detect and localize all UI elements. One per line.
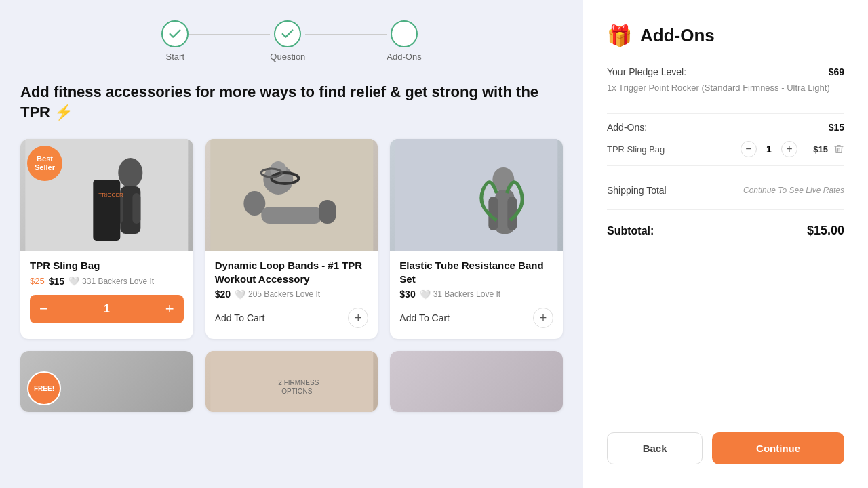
backers-count-bands: 205 Backers Love It <box>248 289 320 299</box>
pledge-item-desc: 1x Trigger Point Rocker (Standard Firmne… <box>607 83 844 93</box>
add-plus-btn-bands[interactable]: + <box>348 308 368 328</box>
free-badge: FREE! <box>27 371 61 405</box>
price-bands: $20 <box>215 289 231 300</box>
stepper: Start Question Add-Ons <box>20 0 563 82</box>
addon-qty-control[interactable]: − 1 + <box>741 141 797 157</box>
subtotal-value: $15.00 <box>807 224 844 238</box>
pledge-level-value: $69 <box>829 66 844 77</box>
cart-control-sling[interactable]: − 1 + <box>30 295 184 323</box>
svg-text:2 FIRMNESS: 2 FIRMNESS <box>278 379 319 386</box>
heart-icon-sling: 🤍 <box>68 276 79 286</box>
shipping-row: Shipping Total Continue To See Live Rate… <box>607 185 844 196</box>
addons-value: $15 <box>829 122 844 133</box>
addons-label: Add-Ons: <box>607 122 647 133</box>
back-button[interactable]: Back <box>607 432 703 464</box>
shipping-label: Shipping Total <box>607 185 667 196</box>
right-panel: 🎁 Add-Ons Your Pledge Level: $69 1x Trig… <box>583 0 868 488</box>
cart-qty-sling: 1 <box>104 303 110 315</box>
addon-delete-btn[interactable] <box>833 144 844 155</box>
price-old-sling: $25 <box>30 276 45 286</box>
product-info-bands: Dynamic Loop Bands - #1 TPR Workout Acce… <box>205 251 378 300</box>
pledge-level-row: Your Pledge Level: $69 <box>607 66 844 77</box>
step-line-1 <box>189 34 270 35</box>
product-pricing-sling: $25 $15 🤍 331 Backers Love It <box>30 276 184 287</box>
product-grid: BestSeller TRIGGER TPR Sling Bag $25 <box>20 139 563 339</box>
product-name-sling: TPR Sling Bag <box>30 259 184 272</box>
step-addons-label: Add-Ons <box>387 52 421 62</box>
step-start-circle <box>161 20 189 47</box>
addons-row: Add-Ons: $15 <box>607 122 844 133</box>
product-info-sling: TPR Sling Bag $25 $15 🤍 331 Backers Love… <box>20 251 193 287</box>
main-heading: Add fitness accessories for more ways to… <box>20 82 563 122</box>
add-to-cart-btn-elastic[interactable]: Add To Cart <box>399 312 450 323</box>
shipping-note: Continue To See Live Rates <box>743 186 844 195</box>
backers-count-elastic: 31 Backers Love It <box>433 289 500 299</box>
product-info-elastic: Elastic Tube Resistance Band Set $30 🤍 3… <box>390 251 563 300</box>
step-start: Start <box>161 20 189 62</box>
addon-qty-val: 1 <box>762 144 776 155</box>
price-new-sling: $15 <box>49 276 64 287</box>
divider-1 <box>607 113 844 114</box>
divider-3 <box>607 209 844 210</box>
svg-rect-16 <box>395 139 558 251</box>
product-grid-bottom: FREE! 2 FIRMNESS OPTIONS <box>20 351 563 412</box>
product-card-bottom-3 <box>390 351 563 412</box>
add-to-cart-row-elastic[interactable]: Add To Cart + <box>399 308 553 328</box>
product-pricing-elastic: $30 🤍 31 Backers Love It <box>399 289 553 300</box>
svg-text:OPTIONS: OPTIONS <box>281 388 312 395</box>
svg-rect-10 <box>319 200 336 224</box>
heart-icon-elastic: 🤍 <box>420 289 431 300</box>
product-image-bands <box>205 139 378 251</box>
product-image-bottom-3 <box>390 351 563 412</box>
addon-increase-btn[interactable]: + <box>781 141 797 157</box>
subtotal-label: Subtotal: <box>607 225 654 237</box>
product-image-elastic <box>390 139 563 251</box>
add-plus-btn-elastic[interactable]: + <box>533 308 553 328</box>
heart-icon-bands: 🤍 <box>235 289 245 300</box>
step-addons: Add-Ons <box>387 20 421 62</box>
svg-rect-9 <box>261 207 322 224</box>
step-start-label: Start <box>166 52 184 62</box>
badge-best-seller: BestSeller <box>27 146 62 181</box>
product-card-elastic: Elastic Tube Resistance Band Set $30 🤍 3… <box>390 139 563 339</box>
product-card-tpr-sling-bag: BestSeller TRIGGER TPR Sling Bag $25 <box>20 139 193 339</box>
step-question: Question <box>270 20 305 62</box>
panel-emoji: 🎁 <box>607 24 632 47</box>
continue-button[interactable]: Continue <box>712 432 844 464</box>
decrease-btn-sling[interactable]: − <box>39 302 48 317</box>
backers-love-sling: 🤍 331 Backers Love It <box>68 276 154 286</box>
increase-btn-sling[interactable]: + <box>165 302 174 317</box>
svg-rect-4 <box>132 193 140 224</box>
backers-love-elastic: 🤍 31 Backers Love It <box>420 289 500 300</box>
panel-title-row: 🎁 Add-Ons <box>607 24 844 47</box>
product-image-bottom-1: FREE! <box>20 351 193 412</box>
step-addons-circle <box>391 20 418 47</box>
product-card-loop-bands: Dynamic Loop Bands - #1 TPR Workout Acce… <box>205 139 378 339</box>
product-card-bottom-2: 2 FIRMNESS OPTIONS <box>205 351 378 412</box>
addon-item-name: TPR Sling Bag <box>607 144 741 155</box>
product-name-bands: Dynamic Loop Bands - #1 TPR Workout Acce… <box>215 259 369 285</box>
pledge-level-label: Your Pledge Level: <box>607 66 686 77</box>
backers-love-bands: 🤍 205 Backers Love It <box>235 289 320 300</box>
add-to-cart-btn-bands[interactable]: Add To Cart <box>215 312 265 323</box>
addon-item-row: TPR Sling Bag − 1 + $15 <box>607 141 844 157</box>
action-buttons: Back Continue <box>607 432 844 464</box>
add-to-cart-row-bands[interactable]: Add To Cart + <box>215 308 369 328</box>
step-question-circle <box>274 20 301 47</box>
product-pricing-bands: $20 🤍 205 Backers Love It <box>215 289 369 300</box>
svg-point-1 <box>118 158 142 188</box>
price-elastic: $30 <box>399 289 415 300</box>
panel-title: Add-Ons <box>640 25 715 46</box>
step-line-2 <box>305 34 387 35</box>
addon-decrease-btn[interactable]: − <box>741 141 757 157</box>
left-panel: Start Question Add-Ons Add fitness acces… <box>0 0 583 488</box>
backers-count-sling: 331 Backers Love It <box>82 277 154 286</box>
divider-2 <box>607 165 844 166</box>
product-card-bottom-1: FREE! <box>20 351 193 412</box>
product-name-elastic: Elastic Tube Resistance Band Set <box>399 259 553 285</box>
svg-rect-5 <box>93 180 120 241</box>
addon-price: $15 <box>804 144 828 155</box>
product-image-bottom-2: 2 FIRMNESS OPTIONS <box>205 351 378 412</box>
svg-text:TRIGGER: TRIGGER <box>98 192 123 198</box>
subtotal-row: Subtotal: $15.00 <box>607 224 844 238</box>
